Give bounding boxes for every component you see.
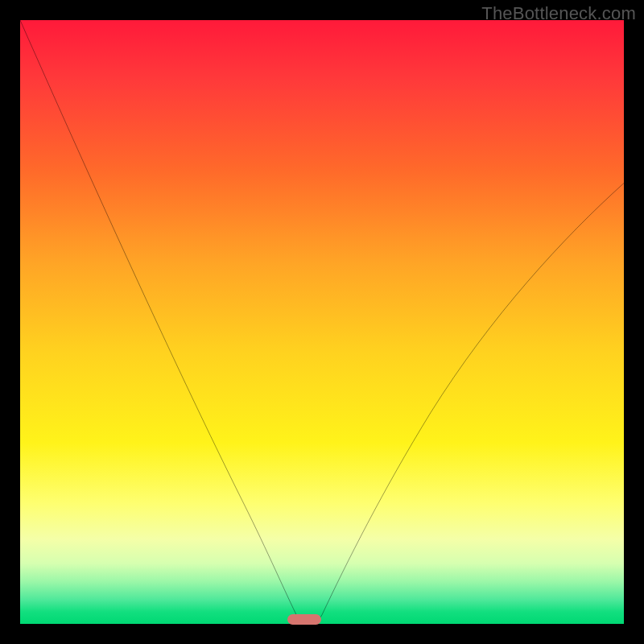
optimal-point-marker: [287, 614, 321, 625]
right-curve: [316, 184, 625, 625]
chart-plot-area: [20, 20, 624, 624]
watermark-text: TheBottleneck.com: [481, 3, 636, 24]
chart-frame: TheBottleneck.com: [0, 0, 644, 644]
bottleneck-curve-svg: [20, 20, 624, 624]
left-curve: [20, 20, 304, 624]
